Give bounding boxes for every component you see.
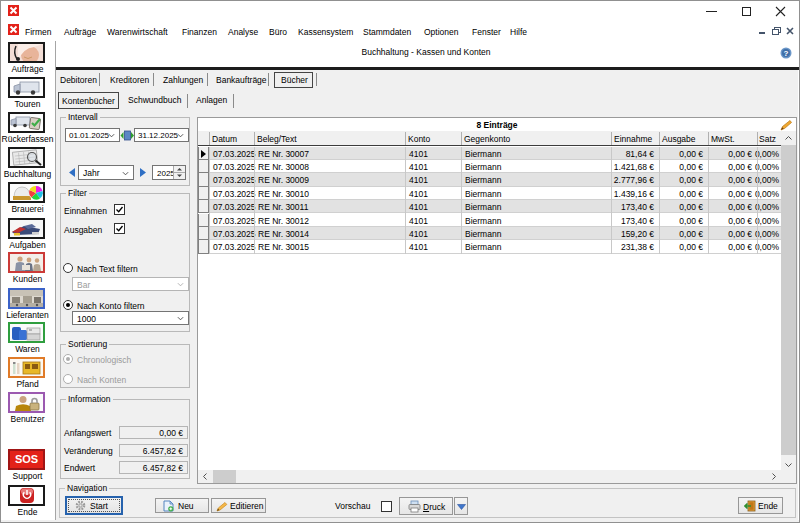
svg-text:?: ? [784, 49, 789, 58]
